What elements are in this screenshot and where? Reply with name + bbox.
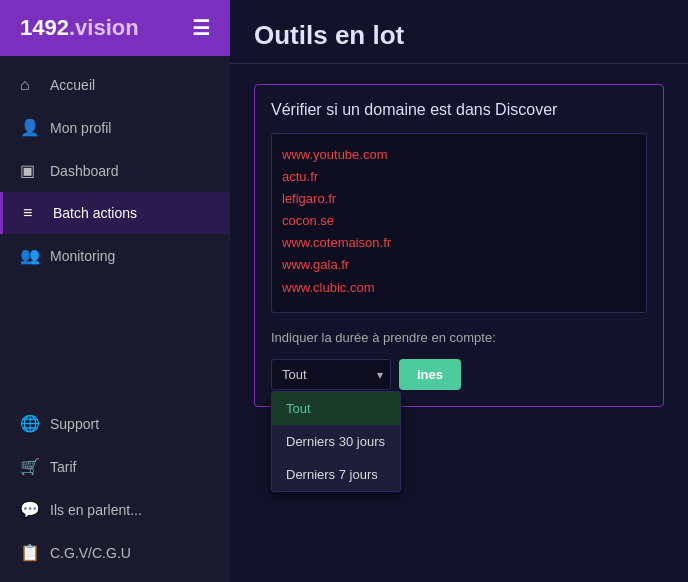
sidebar-item-support[interactable]: 🌐 Support xyxy=(0,402,230,445)
domains-textarea[interactable]: www.youtube.com actu.fr lefigaro.fr coco… xyxy=(271,133,647,313)
sidebar: 1492.vision ☰ ⌂ Accueil 👤 Mon profil ▣ D… xyxy=(0,0,230,582)
list-icon: ≡ xyxy=(23,204,43,222)
globe-icon: 🌐 xyxy=(20,414,40,433)
sidebar-item-mon-profil[interactable]: 👤 Mon profil xyxy=(0,106,230,149)
discover-check-card: Vérifier si un domaine est dans Discover… xyxy=(254,84,664,407)
user-icon: 👤 xyxy=(20,118,40,137)
sidebar-item-batch-actions[interactable]: ≡ Batch actions xyxy=(0,192,230,234)
sidebar-item-tarif[interactable]: 🛒 Tarif xyxy=(0,445,230,488)
sidebar-label-batch-actions: Batch actions xyxy=(53,205,137,221)
duration-dropdown: Tout Derniers 30 jours Derniers 7 jours xyxy=(271,391,401,492)
hamburger-icon[interactable]: ☰ xyxy=(192,16,210,40)
page-title: Outils en lot xyxy=(254,20,664,51)
sidebar-label-cgv: C.G.V/C.G.U xyxy=(50,545,131,561)
check-button[interactable]: ines xyxy=(399,359,461,390)
page-header: Outils en lot xyxy=(230,0,688,64)
doc-icon: 📋 xyxy=(20,543,40,562)
dropdown-item-tout[interactable]: Tout xyxy=(272,392,400,425)
sidebar-item-monitoring[interactable]: 👥 Monitoring xyxy=(0,234,230,277)
sidebar-label-ils-en-parlent: Ils en parlent... xyxy=(50,502,142,518)
sidebar-label-tarif: Tarif xyxy=(50,459,76,475)
sidebar-item-accueil[interactable]: ⌂ Accueil xyxy=(0,64,230,106)
action-row: Tout Derniers 30 jours Derniers 7 jours … xyxy=(271,359,647,390)
main-body: Vérifier si un domaine est dans Discover… xyxy=(230,64,688,582)
home-icon: ⌂ xyxy=(20,76,40,94)
sidebar-label-dashboard: Dashboard xyxy=(50,163,119,179)
card-title: Vérifier si un domaine est dans Discover xyxy=(271,101,647,119)
dropdown-item-7jours[interactable]: Derniers 7 jours xyxy=(272,458,400,491)
duration-label: Indiquer la durée à prendre en compte: xyxy=(271,330,647,345)
dropdown-item-30jours[interactable]: Derniers 30 jours xyxy=(272,425,400,458)
sidebar-label-monitoring: Monitoring xyxy=(50,248,115,264)
cart-icon: 🛒 xyxy=(20,457,40,476)
sidebar-item-dashboard[interactable]: ▣ Dashboard xyxy=(0,149,230,192)
sidebar-nav: ⌂ Accueil 👤 Mon profil ▣ Dashboard ≡ Bat… xyxy=(0,56,230,402)
sidebar-label-accueil: Accueil xyxy=(50,77,95,93)
sidebar-item-ils-en-parlent[interactable]: 💬 Ils en parlent... xyxy=(0,488,230,531)
sidebar-label-mon-profil: Mon profil xyxy=(50,120,111,136)
sidebar-item-cgv[interactable]: 📋 C.G.V/C.G.U xyxy=(0,531,230,574)
sidebar-label-support: Support xyxy=(50,416,99,432)
dashboard-icon: ▣ xyxy=(20,161,40,180)
sidebar-logo: 1492.vision ☰ xyxy=(0,0,230,56)
duration-select[interactable]: Tout Derniers 30 jours Derniers 7 jours xyxy=(271,359,391,390)
main-content-area: Outils en lot Vérifier si un domaine est… xyxy=(230,0,688,582)
chat-icon: 💬 xyxy=(20,500,40,519)
monitoring-icon: 👥 xyxy=(20,246,40,265)
sidebar-bottom: 🌐 Support 🛒 Tarif 💬 Ils en parlent... 📋 … xyxy=(0,402,230,582)
duration-select-wrapper: Tout Derniers 30 jours Derniers 7 jours … xyxy=(271,359,391,390)
logo-text: 1492.vision xyxy=(20,15,139,41)
